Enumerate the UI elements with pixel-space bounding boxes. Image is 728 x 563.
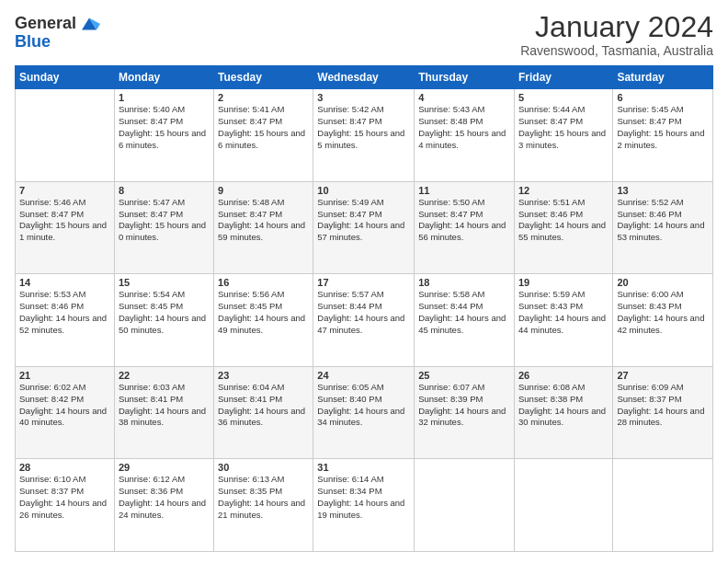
calendar-cell: 1Sunrise: 5:40 AMSunset: 8:47 PMDaylight…	[114, 89, 213, 182]
day-info: Sunrise: 5:53 AMSunset: 8:46 PMDaylight:…	[19, 289, 110, 336]
calendar-cell: 14Sunrise: 5:53 AMSunset: 8:46 PMDayligh…	[16, 274, 115, 367]
weekday-header-friday: Friday	[514, 66, 612, 89]
calendar-cell: 8Sunrise: 5:47 AMSunset: 8:47 PMDaylight…	[114, 181, 213, 274]
day-info: Sunrise: 5:46 AMSunset: 8:47 PMDaylight:…	[19, 197, 110, 244]
day-number: 30	[218, 462, 309, 473]
day-number: 23	[218, 370, 309, 381]
day-info: Sunrise: 5:51 AMSunset: 8:46 PMDaylight:…	[518, 197, 609, 244]
day-number: 16	[218, 277, 309, 288]
day-number: 9	[218, 185, 309, 196]
day-info: Sunrise: 6:03 AMSunset: 8:41 PMDaylight:…	[119, 382, 210, 429]
calendar-cell: 21Sunrise: 6:02 AMSunset: 8:42 PMDayligh…	[16, 366, 115, 459]
calendar-cell: 11Sunrise: 5:50 AMSunset: 8:47 PMDayligh…	[415, 181, 515, 274]
logo-blue: Blue	[15, 33, 100, 52]
day-number: 5	[518, 92, 609, 103]
day-info: Sunrise: 6:07 AMSunset: 8:39 PMDaylight:…	[418, 382, 510, 429]
calendar-cell: 2Sunrise: 5:41 AMSunset: 8:47 PMDaylight…	[214, 89, 313, 182]
weekday-header-thursday: Thursday	[415, 66, 515, 89]
calendar-cell: 22Sunrise: 6:03 AMSunset: 8:41 PMDayligh…	[114, 366, 213, 459]
weekday-header-row: SundayMondayTuesdayWednesdayThursdayFrid…	[16, 66, 713, 89]
day-number: 29	[119, 462, 210, 473]
calendar-cell	[16, 89, 115, 182]
day-info: Sunrise: 5:49 AMSunset: 8:47 PMDaylight:…	[317, 197, 410, 244]
day-number: 4	[418, 92, 510, 103]
day-info: Sunrise: 5:45 AMSunset: 8:47 PMDaylight:…	[617, 104, 709, 151]
calendar-cell: 10Sunrise: 5:49 AMSunset: 8:47 PMDayligh…	[313, 181, 415, 274]
calendar-cell: 31Sunrise: 6:14 AMSunset: 8:34 PMDayligh…	[313, 459, 415, 552]
day-info: Sunrise: 5:48 AMSunset: 8:47 PMDaylight:…	[218, 197, 309, 244]
day-number: 28	[19, 462, 110, 473]
day-number: 27	[617, 370, 709, 381]
logo-general: General	[15, 15, 76, 33]
day-info: Sunrise: 6:08 AMSunset: 8:38 PMDaylight:…	[518, 382, 609, 429]
calendar-cell: 12Sunrise: 5:51 AMSunset: 8:46 PMDayligh…	[514, 181, 612, 274]
logo: General Blue	[15, 15, 100, 52]
logo-icon	[78, 15, 100, 33]
day-info: Sunrise: 6:13 AMSunset: 8:35 PMDaylight:…	[218, 474, 309, 521]
calendar-cell: 20Sunrise: 6:00 AMSunset: 8:43 PMDayligh…	[613, 274, 713, 367]
day-number: 14	[19, 277, 110, 288]
calendar-cell: 17Sunrise: 5:57 AMSunset: 8:44 PMDayligh…	[313, 274, 415, 367]
weekday-header-monday: Monday	[114, 66, 213, 89]
day-number: 7	[19, 185, 110, 196]
calendar-cell: 4Sunrise: 5:43 AMSunset: 8:48 PMDaylight…	[415, 89, 515, 182]
day-number: 25	[418, 370, 510, 381]
location: Ravenswood, Tasmania, Australia	[520, 43, 713, 58]
day-number: 12	[518, 185, 609, 196]
day-info: Sunrise: 5:44 AMSunset: 8:47 PMDaylight:…	[518, 104, 609, 151]
day-info: Sunrise: 5:50 AMSunset: 8:47 PMDaylight:…	[418, 197, 510, 244]
day-number: 24	[317, 370, 410, 381]
day-info: Sunrise: 6:10 AMSunset: 8:37 PMDaylight:…	[19, 474, 110, 521]
day-info: Sunrise: 6:09 AMSunset: 8:37 PMDaylight:…	[617, 382, 709, 429]
day-info: Sunrise: 5:52 AMSunset: 8:46 PMDaylight:…	[617, 197, 709, 244]
calendar-cell: 26Sunrise: 6:08 AMSunset: 8:38 PMDayligh…	[514, 366, 612, 459]
calendar-cell: 13Sunrise: 5:52 AMSunset: 8:46 PMDayligh…	[613, 181, 713, 274]
day-number: 11	[418, 185, 510, 196]
calendar-cell: 19Sunrise: 5:59 AMSunset: 8:43 PMDayligh…	[514, 274, 612, 367]
page: General Blue January 2024 Ravenswood, Ta…	[0, 0, 728, 563]
week-row-4: 28Sunrise: 6:10 AMSunset: 8:37 PMDayligh…	[16, 459, 713, 552]
week-row-1: 7Sunrise: 5:46 AMSunset: 8:47 PMDaylight…	[16, 181, 713, 274]
calendar-cell: 24Sunrise: 6:05 AMSunset: 8:40 PMDayligh…	[313, 366, 415, 459]
day-info: Sunrise: 6:05 AMSunset: 8:40 PMDaylight:…	[317, 382, 410, 429]
day-info: Sunrise: 5:42 AMSunset: 8:47 PMDaylight:…	[317, 104, 410, 151]
calendar-cell: 29Sunrise: 6:12 AMSunset: 8:36 PMDayligh…	[114, 459, 213, 552]
day-info: Sunrise: 6:04 AMSunset: 8:41 PMDaylight:…	[218, 382, 309, 429]
calendar-cell: 27Sunrise: 6:09 AMSunset: 8:37 PMDayligh…	[613, 366, 713, 459]
day-number: 22	[119, 370, 210, 381]
day-info: Sunrise: 5:56 AMSunset: 8:45 PMDaylight:…	[218, 289, 309, 336]
week-row-0: 1Sunrise: 5:40 AMSunset: 8:47 PMDaylight…	[16, 89, 713, 182]
day-number: 13	[617, 185, 709, 196]
calendar-cell: 18Sunrise: 5:58 AMSunset: 8:44 PMDayligh…	[415, 274, 515, 367]
calendar-cell: 3Sunrise: 5:42 AMSunset: 8:47 PMDaylight…	[313, 89, 415, 182]
day-number: 8	[119, 185, 210, 196]
day-info: Sunrise: 6:12 AMSunset: 8:36 PMDaylight:…	[119, 474, 210, 521]
day-info: Sunrise: 6:00 AMSunset: 8:43 PMDaylight:…	[617, 289, 709, 336]
calendar-cell	[415, 459, 515, 552]
month-title: January 2024	[520, 11, 713, 43]
calendar-cell: 16Sunrise: 5:56 AMSunset: 8:45 PMDayligh…	[214, 274, 313, 367]
day-number: 2	[218, 92, 309, 103]
day-number: 18	[418, 277, 510, 288]
day-info: Sunrise: 6:14 AMSunset: 8:34 PMDaylight:…	[317, 474, 410, 521]
day-info: Sunrise: 6:02 AMSunset: 8:42 PMDaylight:…	[19, 382, 110, 429]
day-number: 26	[518, 370, 609, 381]
weekday-header-tuesday: Tuesday	[214, 66, 313, 89]
weekday-header-sunday: Sunday	[16, 66, 115, 89]
day-info: Sunrise: 5:47 AMSunset: 8:47 PMDaylight:…	[119, 197, 210, 244]
day-number: 31	[317, 462, 410, 473]
calendar-cell: 9Sunrise: 5:48 AMSunset: 8:47 PMDaylight…	[214, 181, 313, 274]
week-row-2: 14Sunrise: 5:53 AMSunset: 8:46 PMDayligh…	[16, 274, 713, 367]
calendar-cell: 5Sunrise: 5:44 AMSunset: 8:47 PMDaylight…	[514, 89, 612, 182]
calendar-cell: 23Sunrise: 6:04 AMSunset: 8:41 PMDayligh…	[214, 366, 313, 459]
title-area: January 2024 Ravenswood, Tasmania, Austr…	[520, 11, 713, 58]
calendar-cell: 25Sunrise: 6:07 AMSunset: 8:39 PMDayligh…	[415, 366, 515, 459]
day-info: Sunrise: 5:41 AMSunset: 8:47 PMDaylight:…	[218, 104, 309, 151]
calendar: SundayMondayTuesdayWednesdayThursdayFrid…	[15, 65, 713, 552]
day-number: 3	[317, 92, 410, 103]
calendar-cell: 15Sunrise: 5:54 AMSunset: 8:45 PMDayligh…	[114, 274, 213, 367]
day-number: 1	[119, 92, 210, 103]
day-info: Sunrise: 5:58 AMSunset: 8:44 PMDaylight:…	[418, 289, 510, 336]
week-row-3: 21Sunrise: 6:02 AMSunset: 8:42 PMDayligh…	[16, 366, 713, 459]
calendar-cell	[613, 459, 713, 552]
